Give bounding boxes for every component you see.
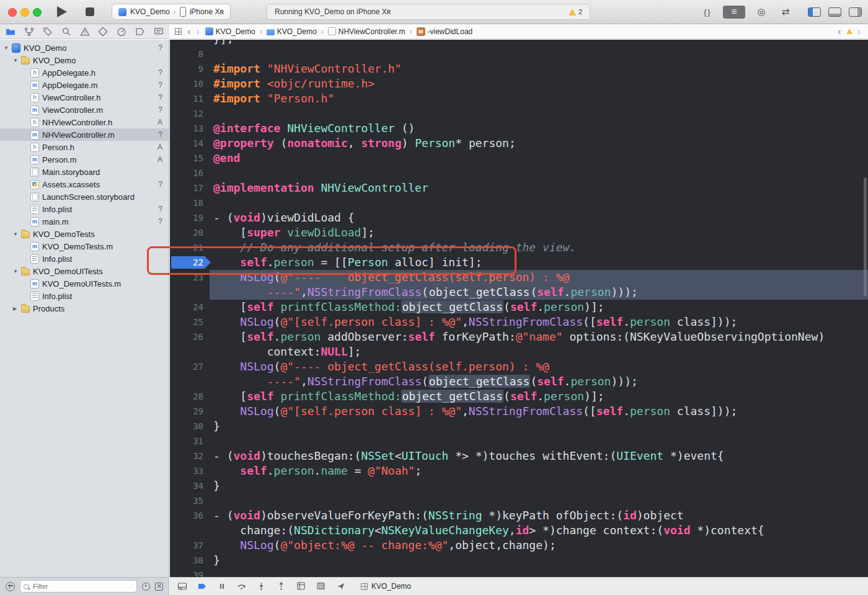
code-review-button[interactable]: [777, 6, 794, 19]
code-line-15[interactable]: 15@end: [170, 151, 868, 166]
line-number[interactable]: 13: [170, 121, 210, 136]
line-number[interactable]: 8: [170, 47, 210, 61]
disclosure-triangle-icon[interactable]: ▼: [13, 231, 21, 237]
code-line[interactable]: }];: [170, 40, 868, 47]
stop-button[interactable]: [86, 7, 94, 16]
minimize-button[interactable]: [20, 8, 29, 17]
line-number[interactable]: 30: [170, 419, 210, 434]
find-navigator-icon[interactable]: [61, 27, 71, 37]
code-line-17[interactable]: 17@implementation NHViewController: [170, 181, 868, 195]
scheme-selector[interactable]: KVO_Demo › iPhone Xʀ: [112, 4, 231, 20]
code-line-11[interactable]: 11#import "Person.h": [170, 91, 868, 106]
tree-item-launchscreen-storyboard[interactable]: LaunchScreen.storyboard: [0, 190, 169, 203]
line-number[interactable]: 27: [170, 359, 210, 374]
tree-item-kvo-demotests-m[interactable]: KVO_DemoTests.m: [0, 240, 169, 253]
tree-item-assets-xcassets[interactable]: Assets.xcassets?: [0, 178, 169, 190]
code-line-25[interactable]: 25 NSLog(@"[self.person class] : %@",NSS…: [170, 315, 868, 329]
code-line-38[interactable]: 38}: [170, 553, 868, 568]
disclosure-triangle-icon[interactable]: ▶: [13, 306, 21, 311]
version-editor-button[interactable]: [753, 6, 769, 19]
code-line-23[interactable]: 23 NSLog(@"---- object_getClass(self.per…: [170, 270, 868, 285]
line-number[interactable]: 23: [170, 270, 210, 285]
tree-item-viewcontroller-h[interactable]: ViewController.h?: [0, 91, 169, 104]
code-line-8[interactable]: 8: [170, 47, 868, 61]
line-number[interactable]: [170, 523, 210, 538]
disclosure-triangle-icon[interactable]: ▼: [4, 45, 12, 51]
breadcrumb-item-kvo-demo[interactable]: KVO_Demo: [267, 27, 317, 36]
line-number[interactable]: 36: [170, 508, 210, 523]
tree-item-nhviewcontroller-h[interactable]: NHViewController.hA: [0, 116, 169, 128]
line-number[interactable]: [170, 285, 210, 300]
line-number[interactable]: 14: [170, 136, 210, 151]
step-out-icon[interactable]: [277, 581, 286, 591]
code-line-21[interactable]: 21 // Do any additional setup after load…: [170, 240, 868, 255]
filter-input[interactable]: [32, 582, 133, 591]
tree-item-kvo-demouitests[interactable]: ▼KVO_DemoUITests: [0, 265, 169, 277]
issue-navigator-icon[interactable]: [80, 27, 90, 37]
line-number[interactable]: 35: [170, 493, 210, 508]
breadcrumb-item-kvo-demo[interactable]: KVO_Demo: [205, 27, 255, 36]
code-line-35[interactable]: 35: [170, 493, 868, 508]
tree-item-kvo-demouitests-m[interactable]: KVO_DemoUITests.m: [0, 277, 169, 290]
debug-scheme-chip[interactable]: KVO_Demo: [361, 582, 411, 591]
code-line-12[interactable]: 12: [170, 106, 868, 121]
code-line-30[interactable]: 30}: [170, 419, 868, 434]
recent-files-icon[interactable]: [142, 583, 150, 591]
line-number[interactable]: 32: [170, 449, 210, 463]
debug-panel-toggle[interactable]: [828, 7, 841, 17]
standard-editor-button[interactable]: [699, 6, 715, 19]
code-line-28[interactable]: 28 [self printfClassMethod:object_getCla…: [170, 389, 868, 404]
vertical-scrollbar[interactable]: [864, 177, 867, 297]
line-number[interactable]: 9: [170, 61, 210, 76]
line-number[interactable]: 39: [170, 568, 210, 577]
line-number[interactable]: [170, 374, 210, 389]
code-line-29[interactable]: 29 NSLog(@"[self.person class] : %@",NSS…: [170, 404, 868, 419]
line-number[interactable]: [170, 344, 210, 359]
code-line-24[interactable]: 24 [self printfClassMethod:object_getCla…: [170, 300, 868, 315]
line-number[interactable]: [170, 40, 210, 47]
tree-item-main-m[interactable]: main.m?: [0, 215, 169, 228]
tree-item-info-plist[interactable]: Info.plist: [0, 290, 169, 302]
source-control-filter-icon[interactable]: [155, 583, 163, 591]
source-control-navigator-icon[interactable]: [24, 27, 34, 37]
code-line[interactable]: ----",NSStringFromClass(object_getClass(…: [170, 285, 868, 300]
forward-button[interactable]: [196, 26, 199, 37]
report-navigator-icon[interactable]: [154, 27, 164, 37]
line-number[interactable]: 34: [170, 478, 210, 493]
line-number[interactable]: 29: [170, 404, 210, 419]
tree-item-main-storyboard[interactable]: Main.storyboard: [0, 166, 169, 178]
code-line-39[interactable]: 39: [170, 568, 868, 577]
code-line-34[interactable]: 34}: [170, 478, 868, 493]
disclosure-triangle-icon[interactable]: ▼: [13, 269, 21, 274]
tree-item-person-m[interactable]: Person.mA: [0, 153, 169, 166]
line-number[interactable]: 19: [170, 210, 210, 225]
code-line-31[interactable]: 31: [170, 434, 868, 449]
code-line-10[interactable]: 10#import <objc/runtime.h>: [170, 76, 868, 91]
tree-item-appdelegate-m[interactable]: AppDelegate.m?: [0, 79, 169, 91]
code-line-32[interactable]: 32- (void)touchesBegan:(NSSet<UITouch *>…: [170, 449, 868, 463]
code-line-22[interactable]: 22 self.person = [[Person alloc] init];: [170, 255, 868, 270]
breadcrumb-item-nhviewcontroller-m[interactable]: NHViewController.m: [328, 27, 405, 36]
line-number[interactable]: 18: [170, 195, 210, 210]
close-button[interactable]: [8, 8, 17, 17]
simulate-location-icon[interactable]: [336, 581, 346, 591]
code-line-9[interactable]: 9#import "NHViewController.h": [170, 61, 868, 76]
tree-item-kvo-demotests[interactable]: ▼KVO_DemoTests: [0, 228, 169, 240]
line-number[interactable]: 11: [170, 91, 210, 106]
zoom-button[interactable]: [33, 8, 42, 17]
step-over-icon[interactable]: [237, 581, 247, 591]
navigator-panel-toggle[interactable]: [808, 7, 821, 17]
pause-icon[interactable]: [217, 581, 227, 591]
inspector-panel-toggle[interactable]: [849, 7, 862, 17]
code-line[interactable]: change:(NSDictionary<NSKeyValueChangeKey…: [170, 523, 868, 538]
debug-area-toggle-icon[interactable]: [177, 581, 187, 591]
tree-item-person-h[interactable]: Person.hA: [0, 141, 169, 153]
debug-navigator-icon[interactable]: [117, 27, 126, 37]
line-number[interactable]: 24: [170, 300, 210, 315]
breakpoints-toggle-icon[interactable]: [197, 581, 207, 591]
line-number[interactable]: 31: [170, 434, 210, 449]
memory-graph-icon[interactable]: [316, 581, 326, 591]
breakpoint-navigator-icon[interactable]: [135, 27, 145, 37]
code-line-27[interactable]: 27 NSLog(@"---- object_getClass(self.per…: [170, 359, 868, 374]
code-line-26[interactable]: 26 [self.person addObserver:self forKeyP…: [170, 329, 868, 344]
